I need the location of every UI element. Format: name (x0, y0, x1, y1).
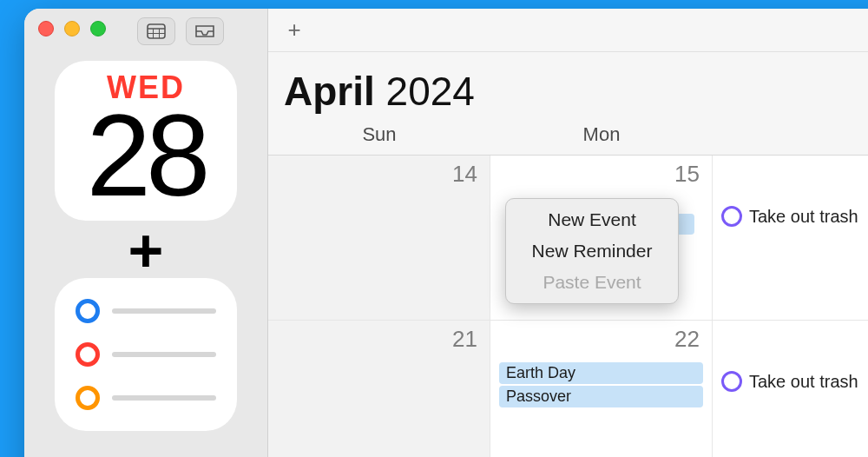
sidebar: WED 28 + (24, 9, 267, 457)
line-icon (112, 395, 216, 401)
month-header: April 2024 (268, 52, 868, 118)
dow-tue (713, 118, 868, 155)
circle-icon (76, 299, 100, 323)
svg-rect-0 (148, 24, 165, 38)
day-cell[interactable]: 21 (268, 321, 490, 457)
event-pill[interactable]: Passover (499, 386, 703, 407)
menu-new-event[interactable]: New Event (506, 204, 678, 235)
menu-paste-event: Paste Event (506, 267, 678, 298)
date-number: 21 (452, 326, 477, 353)
fullscreen-window-button[interactable] (90, 21, 106, 36)
minimize-window-button[interactable] (64, 21, 80, 36)
event-pill[interactable]: Earth Day (499, 362, 703, 384)
close-window-button[interactable] (38, 21, 54, 36)
reminder-icon-row (76, 299, 216, 323)
reminders-app-icon (55, 278, 237, 431)
calendar-icon-day: 28 (86, 97, 205, 214)
reminder-icon-row (76, 342, 216, 367)
date-number: 15 (674, 161, 700, 188)
sidebar-toolbar (137, 17, 224, 45)
dow-mon: Mon (490, 118, 713, 155)
circle-icon (76, 386, 100, 410)
date-number: 22 (674, 326, 700, 353)
day-cell[interactable]: Take out trash (713, 156, 868, 321)
context-menu: New Event New Reminder Paste Event (505, 198, 679, 304)
app-window: WED 28 + + (24, 9, 868, 457)
year: 2024 (386, 69, 475, 114)
line-icon (112, 352, 216, 357)
reminder-ring-icon[interactable] (721, 206, 742, 227)
plus-icon: + (128, 233, 164, 269)
calendar-grid-icon (147, 23, 166, 39)
new-event-button[interactable]: + (280, 17, 308, 44)
widget-stack: WED 28 + (24, 54, 267, 438)
month-name: April (284, 69, 375, 114)
inbox-icon (194, 24, 215, 38)
window-controls (38, 21, 106, 36)
dow-sun: Sun (268, 118, 490, 155)
toolbar: + (268, 9, 868, 52)
menu-new-reminder[interactable]: New Reminder (506, 235, 678, 267)
day-cell[interactable]: 22 Earth Day Passover (490, 321, 713, 457)
reminder-item[interactable]: Take out trash (721, 206, 868, 227)
line-icon (112, 308, 216, 314)
calendar-view-button[interactable] (137, 17, 175, 45)
reminder-title: Take out trash (749, 372, 858, 392)
reminder-icon-row (76, 386, 216, 410)
calendar-app-icon: WED 28 (55, 61, 237, 221)
day-of-week-row: Sun Mon (268, 118, 868, 156)
month-title: April 2024 (284, 68, 868, 115)
reminder-ring-icon[interactable] (721, 371, 742, 392)
reminder-item[interactable]: Take out trash (721, 371, 868, 392)
day-cell[interactable]: Take out trash (713, 321, 868, 457)
circle-icon (76, 342, 100, 367)
inbox-button[interactable] (186, 17, 224, 45)
date-number: 14 (452, 161, 477, 188)
reminder-title: Take out trash (749, 207, 858, 227)
day-cell[interactable]: 14 (268, 156, 490, 321)
